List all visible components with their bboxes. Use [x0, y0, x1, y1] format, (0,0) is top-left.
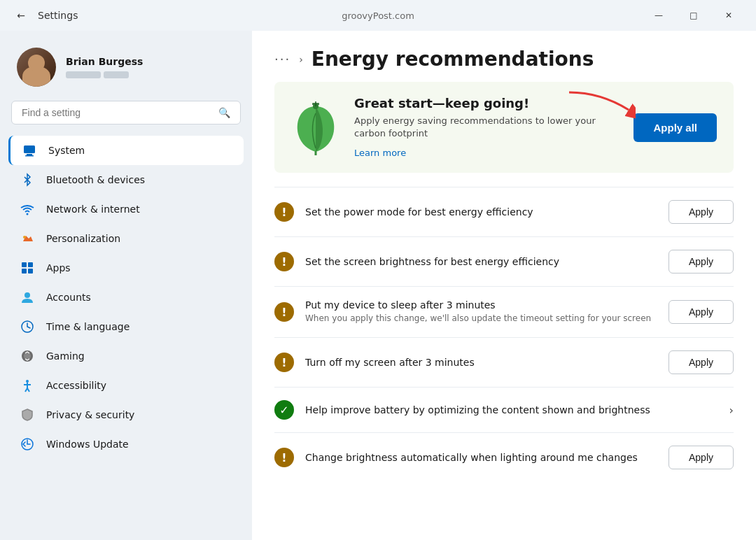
sidebar-label-time: Time & language: [46, 321, 130, 332]
svg-point-9: [24, 292, 30, 298]
windows-update-icon: [20, 436, 35, 452]
sidebar-label-system: System: [48, 145, 85, 156]
sidebar-label-network: Network & internet: [46, 204, 140, 215]
search-icon: 🔍: [218, 107, 230, 118]
warning-icon-3: !: [274, 353, 294, 372]
breadcrumb-dots: ···: [274, 52, 290, 66]
sidebar-item-system[interactable]: System: [8, 136, 244, 165]
window-controls: — □ ✕: [643, 4, 745, 27]
apply-button-2[interactable]: Apply: [668, 300, 734, 324]
personalization-icon: [20, 231, 35, 246]
watermark-text: groovyPost.com: [342, 10, 414, 21]
success-icon-4: ✓: [274, 400, 294, 420]
svg-rect-8: [28, 269, 33, 273]
leaf-icon: [291, 99, 340, 155]
user-bars: [66, 71, 143, 78]
titlebar: ← Settings groovyPost.com — □ ✕: [0, 0, 756, 31]
rec-item-power-mode: ! Set the power mode for best energy eff…: [274, 187, 734, 236]
sidebar-label-gaming: Gaming: [46, 350, 85, 362]
sidebar-item-network[interactable]: Network & internet: [8, 194, 244, 224]
svg-point-13: [26, 380, 29, 383]
sidebar-item-accounts[interactable]: Accounts: [8, 283, 244, 312]
rec-text-4: Help improve battery by optimizing the c…: [305, 404, 718, 415]
content-area: ··· › Energy recommendations: [252, 31, 756, 540]
rec-title-0: Set the power mode for best energy effic…: [305, 206, 657, 218]
svg-point-4: [23, 236, 26, 239]
user-bar-2: [104, 71, 129, 78]
apply-button-3[interactable]: Apply: [668, 350, 734, 374]
sidebar-item-apps[interactable]: Apps: [8, 253, 244, 283]
arrow-annotation: [566, 89, 636, 134]
svg-point-12: [24, 353, 31, 360]
sidebar-item-privacy[interactable]: Privacy & security: [8, 400, 244, 429]
warning-icon-5: !: [274, 448, 294, 467]
svg-line-17: [27, 388, 29, 392]
svg-rect-6: [28, 262, 33, 267]
privacy-icon: [20, 407, 35, 422]
sidebar-item-personalization[interactable]: Personalization: [8, 224, 244, 253]
svg-rect-1: [27, 154, 32, 155]
apply-button-0[interactable]: Apply: [668, 200, 734, 224]
rec-subtitle-2: When you apply this change, we'll also u…: [305, 313, 657, 325]
rec-text-5: Change brightness automatically when lig…: [305, 452, 657, 463]
search-box[interactable]: 🔍: [11, 101, 241, 125]
rec-item-battery[interactable]: ✓ Help improve battery by optimizing the…: [274, 387, 734, 432]
sidebar-label-apps: Apps: [46, 262, 71, 273]
minimize-button[interactable]: —: [643, 4, 675, 27]
rec-title-2: Put my device to sleep after 3 minutes: [305, 299, 657, 311]
system-icon: [22, 143, 37, 158]
sidebar-item-gaming[interactable]: Gaming: [8, 341, 244, 371]
back-button[interactable]: ←: [11, 6, 31, 25]
sidebar-item-accessibility[interactable]: Accessibility: [8, 371, 244, 400]
sidebar-label-accessibility: Accessibility: [46, 380, 106, 391]
recommendations-list: ! Set the power mode for best energy eff…: [252, 187, 756, 482]
rec-item-sleep: ! Put my device to sleep after 3 minutes…: [274, 286, 734, 337]
rec-title-3: Turn off my screen after 3 minutes: [305, 357, 657, 368]
rec-item-screen-off: ! Turn off my screen after 3 minutes App…: [274, 337, 734, 387]
rec-text-1: Set the screen brightness for best energ…: [305, 256, 657, 267]
sidebar-label-personalization: Personalization: [46, 233, 120, 244]
rec-item-auto-brightness: ! Change brightness automatically when l…: [274, 432, 734, 482]
app-body: Brian Burgess 🔍: [0, 31, 756, 540]
bluetooth-icon: [20, 172, 35, 187]
sidebar-item-bluetooth[interactable]: Bluetooth & devices: [8, 165, 244, 194]
nav-menu: System Bluetooth & devices: [8, 136, 244, 459]
user-bar-1: [66, 71, 101, 78]
learn-more-link[interactable]: Learn more: [354, 148, 406, 158]
chevron-icon-4: ›: [729, 404, 734, 417]
content-header: ··· › Energy recommendations: [252, 31, 756, 82]
restore-button[interactable]: □: [678, 4, 710, 27]
rec-title-1: Set the screen brightness for best energ…: [305, 256, 657, 267]
warning-icon-0: !: [274, 202, 294, 222]
sidebar-item-windows-update[interactable]: Windows Update: [8, 429, 244, 459]
warning-icon-1: !: [274, 252, 294, 271]
page-title: Energy recommendations: [312, 48, 594, 71]
user-name: Brian Burgess: [66, 56, 143, 67]
breadcrumb-chevron: ›: [299, 54, 303, 65]
user-info: Brian Burgess: [66, 56, 143, 78]
gaming-icon: [20, 348, 35, 364]
sidebar-label-windows-update: Windows Update: [46, 439, 129, 450]
sidebar-label-privacy: Privacy & security: [46, 409, 134, 420]
user-section: Brian Burgess: [8, 42, 244, 101]
app-title: Settings: [38, 10, 78, 21]
hero-section: Great start—keep going! Apply energy sav…: [274, 82, 734, 173]
svg-rect-5: [22, 262, 27, 267]
apply-button-5[interactable]: Apply: [668, 446, 734, 469]
network-icon: [20, 201, 35, 217]
sidebar-label-bluetooth: Bluetooth & devices: [46, 174, 145, 185]
rec-text-0: Set the power mode for best energy effic…: [305, 206, 657, 218]
accessibility-icon: [20, 378, 35, 393]
rec-text-3: Turn off my screen after 3 minutes: [305, 357, 657, 368]
svg-rect-2: [25, 155, 34, 157]
svg-rect-7: [22, 269, 27, 273]
search-input[interactable]: [22, 107, 213, 118]
sidebar: Brian Burgess 🔍: [0, 31, 252, 540]
sidebar-item-time[interactable]: Time & language: [8, 312, 244, 341]
apply-button-1[interactable]: Apply: [668, 250, 734, 273]
close-button[interactable]: ✕: [713, 4, 745, 27]
svg-point-3: [27, 213, 29, 215]
apps-icon: [20, 260, 35, 276]
apply-all-button[interactable]: Apply all: [634, 113, 717, 142]
accounts-icon: [20, 290, 35, 305]
